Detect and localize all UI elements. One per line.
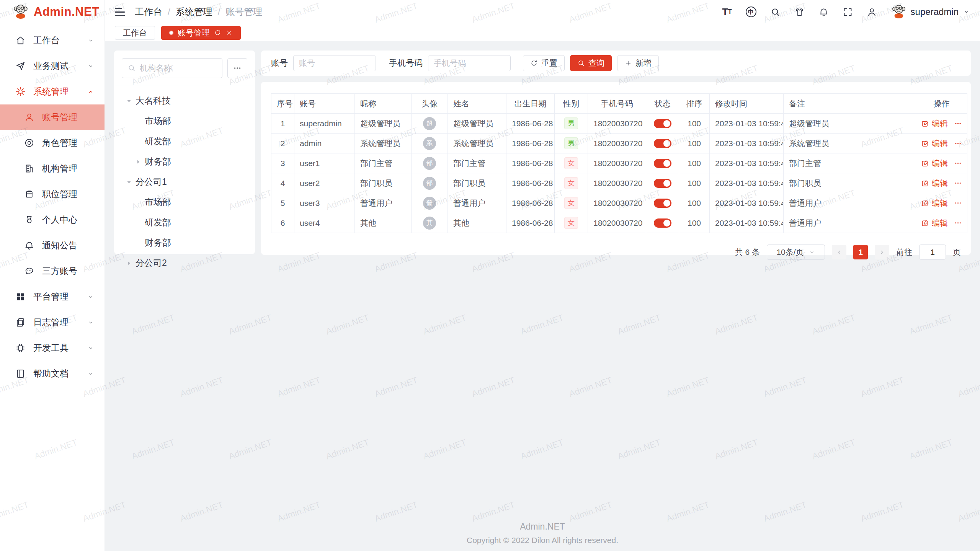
tree-node[interactable]: 财务部 <box>122 233 247 253</box>
cell-gender: 男 <box>555 114 588 134</box>
tree-node[interactable]: 分公司1 <box>122 172 247 192</box>
reset-button[interactable]: 重置 <box>523 55 565 71</box>
breadcrumb-item[interactable]: 工作台 <box>135 6 162 18</box>
tab-item[interactable]: 工作台 <box>115 26 155 40</box>
sidebar-item-business-test[interactable]: 业务测试 <box>0 53 105 79</box>
row-more-button[interactable] <box>954 179 962 187</box>
add-button[interactable]: 新增 <box>617 55 659 71</box>
sidebar-item-personal-center[interactable]: 个人中心 <box>0 207 105 233</box>
refresh-icon[interactable] <box>214 29 221 36</box>
status-toggle[interactable] <box>654 218 671 228</box>
sidebar-item-help-docs[interactable]: 帮助文档 <box>0 361 105 386</box>
edit-button[interactable]: 编辑 <box>921 218 948 228</box>
accounts-table-panel: 序号账号昵称头像姓名出生日期性别手机号码状态排序修改时间备注操作 1supera… <box>261 82 971 255</box>
notification-icon[interactable] <box>818 7 829 17</box>
sidebar-item-label: 业务测试 <box>33 60 69 72</box>
cell-remark: 系统管理员 <box>784 134 916 153</box>
collapse-menu-icon[interactable] <box>115 8 125 16</box>
app-logo[interactable]: Admin.NET <box>0 0 105 24</box>
row-more-button[interactable] <box>954 199 962 207</box>
cell-name: 超级管理员 <box>448 114 506 134</box>
close-icon[interactable] <box>225 29 233 36</box>
medal-icon <box>24 215 34 225</box>
sidebar-item-system-management[interactable]: 系统管理 <box>0 79 105 104</box>
caret-right-icon[interactable] <box>134 158 142 166</box>
row-more-button[interactable] <box>954 139 962 147</box>
row-more-button[interactable] <box>954 119 962 127</box>
tab-label: 账号管理 <box>178 28 210 38</box>
next-page-button[interactable] <box>875 245 889 259</box>
sidebar-item-workbench[interactable]: 工作台 <box>0 28 105 53</box>
caret-right-icon[interactable] <box>125 259 133 267</box>
query-bar: 账号 手机号码 重置 查询 新增 <box>261 51 971 76</box>
sidebar-item-account-management[interactable]: 账号管理 <box>0 104 105 130</box>
fullscreen-icon[interactable] <box>843 7 853 17</box>
edit-button[interactable]: 编辑 <box>921 118 948 129</box>
sidebar-item-role-management[interactable]: 角色管理 <box>0 130 105 156</box>
status-toggle[interactable] <box>654 179 671 188</box>
breadcrumb-item[interactable]: 系统管理 <box>176 6 212 18</box>
edit-button[interactable]: 编辑 <box>921 158 948 169</box>
account-input[interactable] <box>293 55 376 71</box>
sidebar-item-log-management[interactable]: 日志管理 <box>0 310 105 335</box>
status-toggle[interactable] <box>654 139 671 148</box>
column-header: 手机号码 <box>588 94 646 114</box>
column-header: 修改时间 <box>710 94 784 114</box>
cell-gender: 女 <box>555 173 588 193</box>
tree-node[interactable]: 大名科技 <box>122 91 247 111</box>
search-button[interactable]: 查询 <box>570 55 612 71</box>
cell-actions: 编辑 <box>916 213 967 233</box>
tree-node[interactable]: 财务部 <box>122 152 247 172</box>
cell-remark: 超级管理员 <box>784 114 916 134</box>
edit-button[interactable]: 编辑 <box>921 198 948 209</box>
phone-input[interactable] <box>428 55 511 71</box>
sidebar-item-dev-tools[interactable]: 开发工具 <box>0 335 105 361</box>
table-row: 5user3普通用户普普通用户1986-06-28女18020030720100… <box>271 193 967 213</box>
goto-page-input[interactable] <box>919 245 946 260</box>
row-more-button[interactable] <box>954 159 962 167</box>
caret-down-icon[interactable] <box>125 178 133 186</box>
active-dot <box>169 31 173 35</box>
tree-node[interactable]: 分公司2 <box>122 253 247 273</box>
column-header: 昵称 <box>355 94 412 114</box>
home-icon <box>15 35 26 46</box>
profile-icon[interactable] <box>867 7 877 17</box>
tree-node[interactable]: 市场部 <box>122 192 247 212</box>
tree-node-label: 分公司2 <box>136 257 167 269</box>
cell-modified: 2023-01-03 10:59:44 <box>710 134 784 153</box>
content: 大名科技市场部研发部财务部分公司1市场部研发部财务部分公司2 账号 手机号码 重… <box>105 41 980 551</box>
tree-node[interactable]: 研发部 <box>122 131 247 152</box>
user-menu[interactable]: superadmin <box>891 3 970 21</box>
monkey-logo-icon <box>12 3 29 21</box>
column-header: 备注 <box>784 94 916 114</box>
tree-node[interactable]: 市场部 <box>122 111 247 131</box>
sidebar-item-third-party-account[interactable]: 三方账号 <box>0 258 105 284</box>
org-search-input[interactable] <box>140 64 217 73</box>
status-toggle[interactable] <box>654 119 671 128</box>
edit-button[interactable]: 编辑 <box>921 138 948 149</box>
page-1-button[interactable]: 1 <box>853 245 868 259</box>
sidebar-item-platform-management[interactable]: 平台管理 <box>0 284 105 310</box>
edit-button[interactable]: 编辑 <box>921 178 948 189</box>
sidebar-item-position-management[interactable]: 职位管理 <box>0 181 105 207</box>
caret-down-icon[interactable] <box>125 97 133 105</box>
page-size-select[interactable]: 10条/页 <box>767 245 825 260</box>
cell-phone: 18020030720 <box>588 114 646 134</box>
language-icon[interactable]: 中 <box>746 7 756 17</box>
prev-page-button[interactable] <box>832 245 846 259</box>
search-icon[interactable] <box>770 7 781 17</box>
font-size-icon[interactable]: TT <box>722 7 732 17</box>
tree-node[interactable]: 研发部 <box>122 212 247 233</box>
sidebar-item-org-management[interactable]: 机构管理 <box>0 156 105 181</box>
cell-modified: 2023-01-03 10:59:44 <box>710 213 784 233</box>
tree-more-button[interactable] <box>227 58 247 78</box>
sidebar-item-label: 平台管理 <box>33 291 69 303</box>
sidebar-item-notice-announcement[interactable]: 通知公告 <box>0 233 105 258</box>
status-toggle[interactable] <box>654 159 671 168</box>
theme-icon[interactable] <box>794 7 805 17</box>
row-more-button[interactable] <box>954 219 962 227</box>
cell-name: 部门主管 <box>448 153 506 173</box>
status-toggle[interactable] <box>654 199 671 208</box>
table-row: 4user2部门职员部部门职员1986-06-28女18020030720100… <box>271 173 967 193</box>
tab-active[interactable]: 账号管理 <box>161 26 241 40</box>
